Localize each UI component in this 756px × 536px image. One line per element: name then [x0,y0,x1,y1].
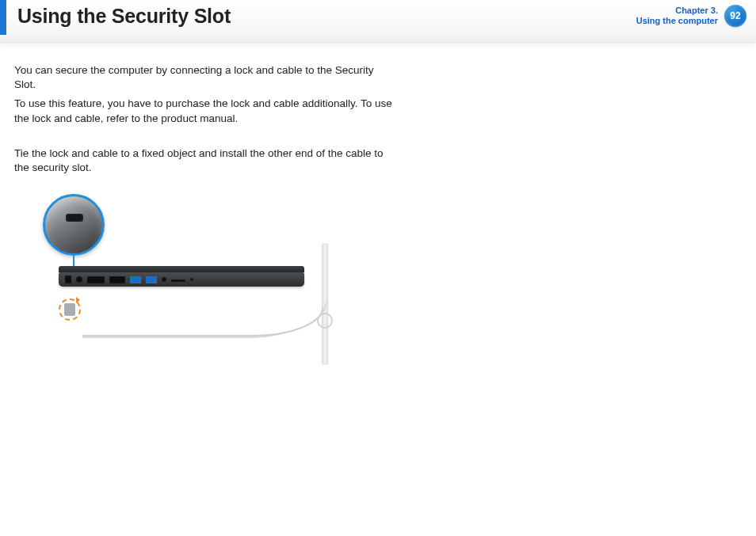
lock-and-key-icon [59,298,81,321]
page-number-badge: 92 [724,5,746,27]
security-slot-figure [44,199,361,365]
chapter-name: Using the computer [636,16,718,26]
sd-slot-icon [171,279,185,282]
laptop-port-row [65,276,193,283]
security-slot-closeup-icon [43,194,105,256]
vga-port-icon [109,276,125,283]
audio-jack-icon [76,276,82,283]
header-accent-bar [0,0,6,35]
page-title: Using the Security Slot [17,5,231,28]
header-meta: Chapter 3. Using the computer 92 [636,5,746,27]
chapter-number: Chapter 3. [636,6,718,16]
hdmi-port-icon [87,276,105,283]
chapter-label: Chapter 3. Using the computer [636,6,718,26]
pinhole-icon [190,278,193,281]
mic-jack-icon [162,277,166,282]
usb-port-icon [130,276,141,283]
paragraph-intro: You can secure the computer by connectin… [14,63,396,92]
laptop-side-view [59,264,304,295]
security-slot-icon [65,276,71,283]
page-header: Using the Security Slot Chapter 3. Using… [0,0,756,43]
usb-port-icon [146,276,157,283]
security-cable [82,308,323,336]
body-content: You can secure the computer by connectin… [0,43,396,365]
rotation-arrow-icon [76,297,80,303]
laptop-lid [59,266,304,272]
cable-loop-icon [317,313,333,329]
paragraph-purchase-note: To use this feature, you have to purchas… [14,97,396,125]
key-icon [64,303,75,316]
paragraph-instruction: Tie the lock and cable to a fixed object… [14,146,396,175]
